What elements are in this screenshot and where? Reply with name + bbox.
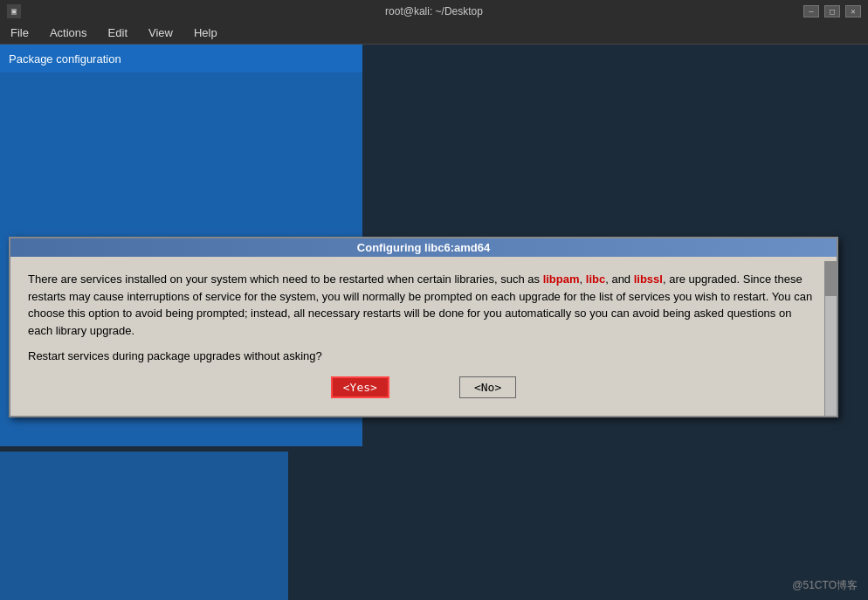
highlight-libpam: libpam <box>543 272 580 286</box>
dialog-body-text: There are services installed on your sys… <box>28 271 819 339</box>
bottom-blue-bar <box>0 452 288 600</box>
minimize-button[interactable]: — <box>803 5 819 17</box>
dialog-title-bar: Configuring libc6:amd64 <box>10 238 837 257</box>
menu-file[interactable]: File <box>3 24 36 41</box>
window-title: root@kali: ~/Desktop <box>385 5 483 17</box>
pkg-config-header: Package configuration <box>0 45 362 72</box>
no-button[interactable]: <No> <box>459 376 516 398</box>
terminal-content: Package configuration @51CTO博客 Configuri… <box>0 45 868 600</box>
menu-actions[interactable]: Actions <box>43 24 94 41</box>
highlight-libssl: libssl <box>634 272 663 286</box>
dialog-overlay: Configuring libc6:amd64 There are servic… <box>9 237 838 417</box>
dialog-body: There are services installed on your sys… <box>10 257 837 416</box>
dialog-buttons: <Yes> <No> <box>28 376 819 405</box>
dialog-title: Configuring libc6:amd64 <box>357 241 490 254</box>
window-controls: — □ ✕ <box>803 5 861 17</box>
pkg-config-title: Package configuration <box>9 52 121 66</box>
terminal-window: ▣ root@kali: ~/Desktop — □ ✕ File Action… <box>0 0 868 600</box>
watermark: @51CTO博客 <box>792 578 858 593</box>
menu-help[interactable]: Help <box>187 24 224 41</box>
yes-button[interactable]: <Yes> <box>331 376 389 398</box>
highlight-libc: libc <box>586 272 605 286</box>
dialog-question: Restart services during package upgrades… <box>28 349 819 362</box>
menu-view[interactable]: View <box>141 24 180 41</box>
app-icon: ▣ <box>11 6 17 16</box>
menu-bar: File Actions Edit View Help <box>0 22 868 45</box>
title-bar-left: ▣ <box>7 4 21 18</box>
close-button[interactable]: ✕ <box>845 5 861 17</box>
dialog-box: Configuring libc6:amd64 There are servic… <box>9 237 838 417</box>
dialog-scrollbar[interactable] <box>824 261 837 416</box>
maximize-button[interactable]: □ <box>824 5 840 17</box>
scrollbar-thumb <box>825 261 837 296</box>
window-icon: ▣ <box>7 4 21 18</box>
title-bar: ▣ root@kali: ~/Desktop — □ ✕ <box>0 0 868 22</box>
menu-edit[interactable]: Edit <box>101 24 134 41</box>
